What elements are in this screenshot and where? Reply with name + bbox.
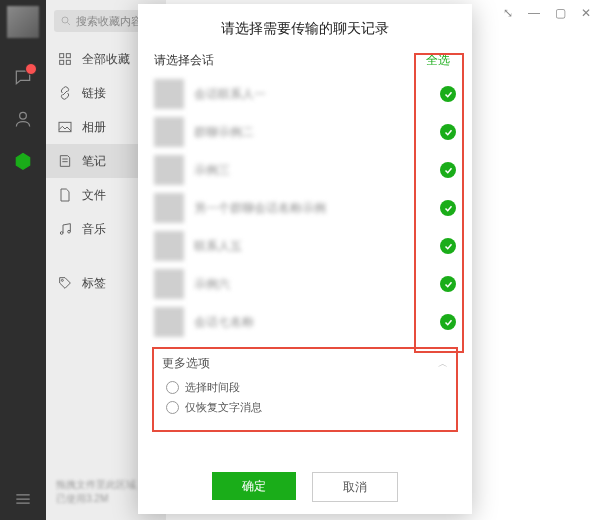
- conversation-name: 联系人五: [194, 238, 440, 255]
- avatar-thumb: [154, 307, 184, 337]
- svg-rect-4: [60, 60, 64, 64]
- more-options-header[interactable]: 更多选项 ︿: [162, 355, 448, 372]
- conversation-row[interactable]: 群聊示例二: [154, 113, 462, 151]
- avatar-thumb: [154, 155, 184, 185]
- svg-point-0: [20, 112, 27, 119]
- svg-rect-6: [59, 122, 71, 131]
- more-options-label: 更多选项: [162, 355, 210, 372]
- avatar[interactable]: [7, 6, 39, 38]
- svg-rect-5: [66, 60, 70, 64]
- cancel-button[interactable]: 取消: [312, 472, 398, 502]
- svg-point-9: [61, 279, 63, 281]
- favorites-icon[interactable]: [12, 150, 34, 172]
- avatar-thumb: [154, 193, 184, 223]
- conversation-row[interactable]: 会话联系人一: [154, 75, 462, 113]
- image-icon: [56, 119, 74, 135]
- tag-icon: [56, 275, 74, 291]
- conversation-row[interactable]: 会话七名称: [154, 303, 462, 341]
- conversation-name: 会话联系人一: [194, 86, 440, 103]
- svg-rect-2: [60, 54, 64, 58]
- maximize-icon[interactable]: ▢: [554, 6, 566, 20]
- avatar-thumb: [154, 269, 184, 299]
- check-icon[interactable]: [440, 162, 456, 178]
- menu-icon[interactable]: [12, 488, 34, 510]
- file-icon: [56, 187, 74, 203]
- music-icon: [56, 221, 74, 237]
- unread-badge: [25, 63, 37, 75]
- conversation-header: 请选择会话 全选: [138, 52, 472, 69]
- app-root: 搜索收藏内容 全部收藏 链接 相册 笔记 文件 音乐 标签: [0, 0, 600, 520]
- grid-icon: [56, 51, 74, 67]
- ok-button[interactable]: 确定: [212, 472, 296, 500]
- sidebar-item-label: 链接: [82, 85, 106, 102]
- option-text-only[interactable]: 仅恢复文字消息: [166, 400, 444, 415]
- check-icon[interactable]: [440, 200, 456, 216]
- avatar-thumb: [154, 117, 184, 147]
- conversation-row[interactable]: 示例六: [154, 265, 462, 303]
- minimize-icon[interactable]: —: [528, 6, 540, 20]
- close-icon[interactable]: ✕: [580, 6, 592, 20]
- dialog-actions: 确定 取消: [138, 458, 472, 514]
- conversation-row[interactable]: 联系人五: [154, 227, 462, 265]
- left-rail: [0, 0, 46, 520]
- window-controls: ⤡ — ▢ ✕: [502, 6, 592, 20]
- sidebar-item-label: 文件: [82, 187, 106, 204]
- dialog-title: 请选择需要传输的聊天记录: [138, 4, 472, 52]
- svg-point-8: [68, 230, 71, 233]
- sidebar-item-label: 音乐: [82, 221, 106, 238]
- sidebar-item-label: 相册: [82, 119, 106, 136]
- check-icon[interactable]: [440, 276, 456, 292]
- conversation-name: 示例三: [194, 162, 440, 179]
- pin-icon[interactable]: ⤡: [502, 6, 514, 20]
- more-options-panel: 更多选项 ︿ 选择时间段 仅恢复文字消息: [152, 347, 458, 432]
- check-icon[interactable]: [440, 86, 456, 102]
- contacts-icon[interactable]: [12, 108, 34, 130]
- conversation-name: 示例六: [194, 276, 440, 293]
- conversation-name: 另一个群聊会话名称示例: [194, 200, 440, 217]
- select-all-link[interactable]: 全选: [426, 52, 450, 69]
- check-icon[interactable]: [440, 314, 456, 330]
- check-icon[interactable]: [440, 238, 456, 254]
- search-icon: [60, 15, 72, 27]
- radio-icon: [166, 381, 179, 394]
- chat-icon[interactable]: [12, 66, 34, 88]
- conversation-row[interactable]: 示例三: [154, 151, 462, 189]
- conversation-name: 群聊示例二: [194, 124, 440, 141]
- check-icon[interactable]: [440, 124, 456, 140]
- chevron-up-icon: ︿: [438, 357, 448, 371]
- transfer-dialog: 请选择需要传输的聊天记录 请选择会话 全选 会话联系人一 群聊示例二 示例三: [138, 4, 472, 514]
- option-time-range[interactable]: 选择时间段: [166, 380, 444, 395]
- option-label: 仅恢复文字消息: [185, 400, 262, 415]
- avatar-thumb: [154, 79, 184, 109]
- radio-icon: [166, 401, 179, 414]
- conv-header-label: 请选择会话: [154, 52, 214, 69]
- avatar-thumb: [154, 231, 184, 261]
- link-icon: [56, 85, 74, 101]
- sidebar-item-label: 标签: [82, 275, 106, 292]
- svg-rect-3: [66, 54, 70, 58]
- svg-point-1: [62, 17, 68, 23]
- note-icon: [56, 153, 74, 169]
- sidebar-item-label: 全部收藏: [82, 51, 130, 68]
- search-placeholder: 搜索收藏内容: [76, 14, 142, 29]
- conversation-list: 会话联系人一 群聊示例二 示例三 另一个群聊会话名称示例 联系人五: [138, 75, 472, 341]
- conversation-name: 会话七名称: [194, 314, 440, 331]
- sidebar-item-label: 笔记: [82, 153, 106, 170]
- conversation-row[interactable]: 另一个群聊会话名称示例: [154, 189, 462, 227]
- svg-point-7: [60, 232, 63, 235]
- option-label: 选择时间段: [185, 380, 240, 395]
